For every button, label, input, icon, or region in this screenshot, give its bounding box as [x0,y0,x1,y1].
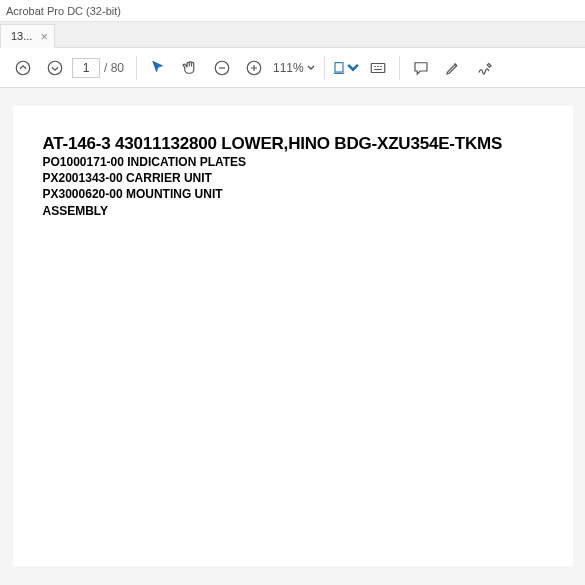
selection-tool-button[interactable] [143,53,173,83]
window-title: Acrobat Pro DC (32-bit) [6,5,121,17]
document-tab[interactable]: 13... × [0,24,55,48]
fit-width-button[interactable] [331,53,361,83]
page-down-button[interactable] [40,53,70,83]
document-line: ASSEMBLY [43,203,573,219]
sign-button[interactable] [470,53,500,83]
tab-label: 13... [11,30,32,42]
page-number-input[interactable] [72,58,100,78]
document-line: PX2001343-00 CARRIER UNIT [43,170,573,186]
chevron-down-icon [345,59,361,77]
page-up-button[interactable] [8,53,38,83]
hand-tool-button[interactable] [175,53,205,83]
toolbar: / 80 111% [0,48,585,88]
page-total-label: / 80 [104,61,124,75]
chevron-down-icon [306,63,316,73]
separator [136,56,137,80]
document-title: AT-146-3 43011132800 LOWER,HINO BDG-XZU3… [43,134,573,154]
zoom-value: 111% [273,61,304,75]
tabbar: 13... × [0,22,585,48]
document-page: AT-146-3 43011132800 LOWER,HINO BDG-XZU3… [13,106,573,566]
zoom-in-button[interactable] [239,53,269,83]
comment-button[interactable] [406,53,436,83]
document-line: PO1000171-00 INDICATION PLATES [43,154,573,170]
zoom-dropdown[interactable]: 111% [273,61,316,75]
highlight-button[interactable] [438,53,468,83]
separator [324,56,325,80]
svg-point-0 [16,61,30,75]
svg-rect-4 [335,62,343,71]
read-mode-button[interactable] [363,53,393,83]
page-area: AT-146-3 43011132800 LOWER,HINO BDG-XZU3… [0,88,585,585]
svg-point-1 [48,61,62,75]
zoom-out-button[interactable] [207,53,237,83]
svg-rect-5 [371,63,385,72]
titlebar: Acrobat Pro DC (32-bit) [0,0,585,22]
close-icon[interactable]: × [40,29,48,44]
document-line: PX3000620-00 MOUNTING UNIT [43,186,573,202]
separator [399,56,400,80]
